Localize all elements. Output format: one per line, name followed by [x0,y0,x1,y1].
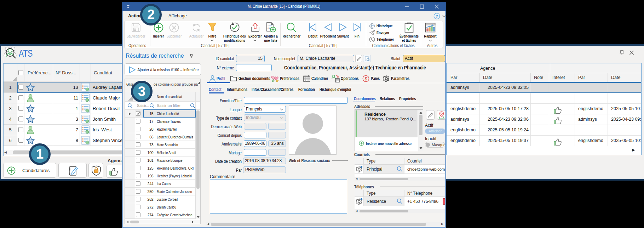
svg-text:?: ? [436,14,438,18]
svg-text:$: $ [364,76,367,81]
